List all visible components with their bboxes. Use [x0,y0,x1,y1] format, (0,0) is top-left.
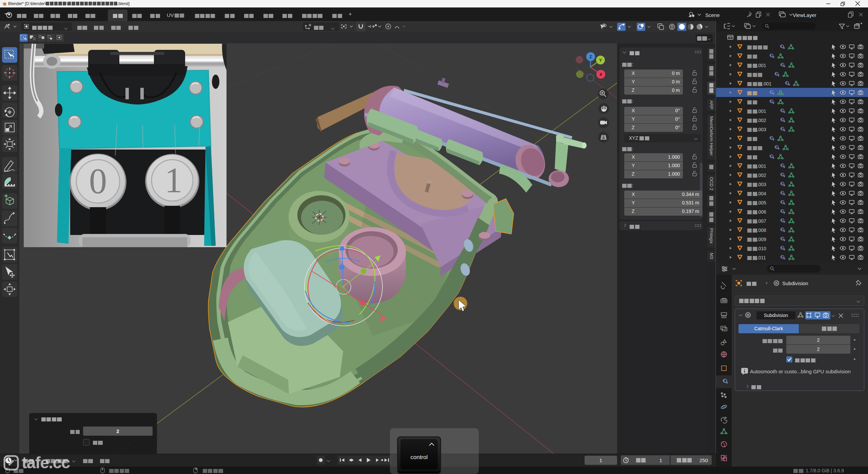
svg-text:Y: Y [599,58,602,63]
svg-text:Z: Z [589,54,592,59]
svg-text:X: X [599,72,603,77]
svg-text:1: 1 [165,160,183,200]
svg-text:0: 0 [89,161,107,201]
